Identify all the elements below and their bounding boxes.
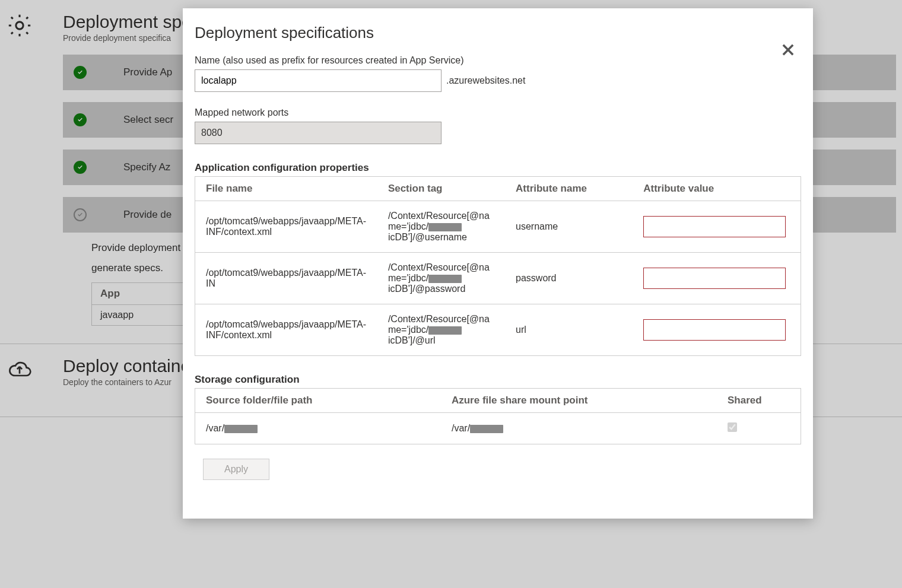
table-row: /opt/tomcat9/webapps/javaapp/META-INF/co… xyxy=(195,304,801,356)
name-input[interactable] xyxy=(195,69,442,92)
deployment-specs-modal: Deployment specifications Name (also use… xyxy=(183,8,813,519)
attribute-value-input[interactable] xyxy=(643,319,786,341)
redacted-text xyxy=(224,425,258,433)
col-attribute-name: Attribute name xyxy=(505,177,633,201)
name-label: Name (also used as prefix for resources … xyxy=(195,55,801,66)
ports-label: Mapped network ports xyxy=(195,107,801,118)
redacted-text xyxy=(428,326,462,335)
file-name-cell: /opt/tomcat9/webapps/javaapp/META-INF/co… xyxy=(195,201,377,253)
app-config-table: File name Section tag Attribute name Att… xyxy=(195,176,801,356)
file-name-cell: /opt/tomcat9/webapps/javaapp/META-INF/co… xyxy=(195,304,377,356)
name-suffix: .azurewebsites.net xyxy=(446,75,525,86)
col-source-path: Source folder/file path xyxy=(195,389,441,413)
storage-config-header: Storage configuration xyxy=(195,374,801,386)
section-tag-cell: /Context/Resource[@name='jdbc/icDB']/@pa… xyxy=(377,253,505,304)
table-row: /opt/tomcat9/webapps/javaapp/META-INF/co… xyxy=(195,201,801,253)
shared-checkbox xyxy=(728,422,737,432)
section-tag-cell: /Context/Resource[@name='jdbc/icDB']/@ur… xyxy=(377,304,505,356)
attribute-value-input[interactable] xyxy=(643,268,786,289)
attribute-name-cell: password xyxy=(505,253,633,304)
col-section-tag: Section tag xyxy=(377,177,505,201)
col-file-name: File name xyxy=(195,177,377,201)
attribute-name-cell: username xyxy=(505,201,633,253)
storage-config-table: Source folder/file path Azure file share… xyxy=(195,388,801,444)
source-path-cell: /var/ xyxy=(195,413,441,444)
redacted-text xyxy=(428,275,462,283)
ports-input xyxy=(195,122,442,144)
col-shared: Shared xyxy=(717,389,801,413)
redacted-text xyxy=(428,223,462,231)
app-config-header: Application configuration properties xyxy=(195,162,801,174)
attribute-value-input[interactable] xyxy=(643,216,786,237)
table-row: /var/ /var/ xyxy=(195,413,801,444)
mount-point-cell: /var/ xyxy=(441,413,717,444)
close-button[interactable] xyxy=(780,42,799,61)
redacted-text xyxy=(470,425,503,433)
attribute-name-cell: url xyxy=(505,304,633,356)
section-tag-cell: /Context/Resource[@name='jdbc/icDB']/@us… xyxy=(377,201,505,253)
table-row: /opt/tomcat9/webapps/javaapp/META-IN /Co… xyxy=(195,253,801,304)
file-name-cell: /opt/tomcat9/webapps/javaapp/META-IN xyxy=(195,253,377,304)
apply-button[interactable]: Apply xyxy=(203,459,269,480)
modal-title: Deployment specifications xyxy=(195,24,801,42)
col-attribute-value: Attribute value xyxy=(633,177,801,201)
col-mount-point: Azure file share mount point xyxy=(441,389,717,413)
